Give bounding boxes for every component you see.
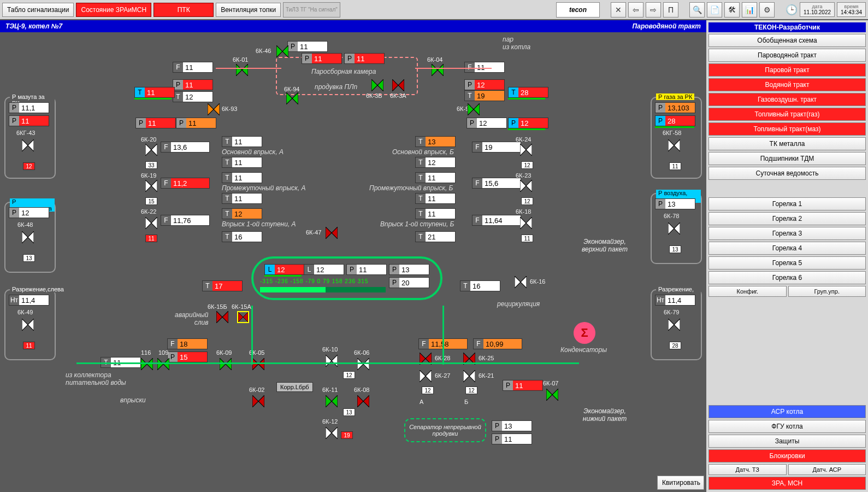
valve-k47[interactable] (326, 227, 338, 239)
nav-fueloil[interactable]: Топливный тракт(маз) (708, 122, 866, 136)
tb6[interactable]: T21 (415, 231, 456, 242)
nav-sens-asr[interactable]: Датч. АСР (788, 464, 866, 475)
ta6[interactable]: T16 (222, 231, 262, 242)
valve-k12[interactable] (326, 427, 338, 439)
nav-steam[interactable]: Паровой тракт (708, 63, 866, 77)
left-F[interactable]: F11 (173, 62, 213, 73)
valve-k3b[interactable] (371, 79, 383, 91)
vacl-h[interactable]: Hт11,4 (9, 295, 49, 306)
nav-burner6[interactable]: Горелка 6 (708, 271, 866, 284)
forward-icon[interactable]: ⇨ (646, 2, 661, 17)
btn-ptk[interactable]: ПТК (153, 3, 214, 17)
drum-P2[interactable]: P13 (389, 264, 429, 275)
drum-Lred[interactable]: L12 (264, 264, 305, 275)
tb4[interactable]: T11 (415, 193, 456, 204)
right-F[interactable]: F11 (464, 62, 505, 73)
valve-k11[interactable] (326, 395, 338, 407)
right-T[interactable]: T19 (464, 90, 505, 101)
valve-k05[interactable] (252, 358, 264, 370)
vacr-h[interactable]: Hт11,4 (655, 295, 695, 306)
nav-burner4[interactable]: Горелка 4 (708, 242, 866, 255)
valve-k09[interactable] (220, 358, 232, 370)
f24[interactable]: F19 (472, 142, 521, 153)
tool1-icon[interactable]: 🔍 (689, 2, 705, 17)
valve-k18[interactable] (520, 217, 532, 229)
tb2[interactable]: T12 (415, 157, 456, 168)
btn-tablo[interactable]: Табло сигнализации (2, 3, 74, 17)
valve-mazut[interactable] (22, 139, 34, 151)
valve-vacl[interactable] (22, 319, 34, 331)
valve-k27[interactable] (420, 370, 432, 382)
btn-vent[interactable]: Вентиляция топки (216, 3, 281, 17)
airl-p[interactable]: P12 (9, 207, 49, 218)
top-p2[interactable]: P11 (302, 53, 342, 64)
f22[interactable]: F11,76 (161, 215, 210, 226)
tb5[interactable]: T11 (415, 208, 456, 219)
f18b[interactable]: F18 (167, 338, 208, 349)
f19[interactable]: F11,2 (161, 178, 210, 189)
r95-p1[interactable]: P12 (467, 118, 507, 128)
tool3-icon[interactable]: 🛠 (724, 2, 740, 17)
gaz-p2[interactable]: P28 (655, 115, 695, 126)
valve-k95[interactable] (468, 103, 480, 115)
valve-gaz[interactable] (668, 139, 680, 151)
mazut-p1[interactable]: P11,1 (9, 102, 49, 113)
tool5-icon[interactable]: ⚙ (759, 2, 775, 17)
valve-k16[interactable] (515, 276, 527, 288)
valve-k21[interactable] (463, 370, 475, 382)
left-P[interactable]: P11 (173, 79, 213, 90)
mazut-p2[interactable]: P11 (9, 115, 49, 126)
nav-water[interactable]: Водяной тракт (708, 78, 866, 91)
p13s[interactable]: P13 (492, 420, 532, 431)
valve-k10[interactable] (326, 355, 338, 367)
f1099[interactable]: F10,99 (473, 338, 522, 349)
ta5[interactable]: T12 (222, 208, 262, 219)
ta3[interactable]: T11 (222, 172, 262, 183)
valve-k07[interactable] (546, 389, 558, 401)
tb1[interactable]: T13 (415, 136, 456, 147)
right-P[interactable]: P12 (464, 79, 505, 90)
valve-k06[interactable] (357, 358, 369, 370)
nav-burner3[interactable]: Горелка 3 (708, 227, 866, 240)
valve-k02[interactable] (252, 395, 264, 407)
drum-P3[interactable]: P20 (389, 277, 429, 288)
korr-button[interactable]: Корр.Lбрб (276, 382, 313, 392)
drum-Tr[interactable]: T16 (460, 280, 500, 291)
valve-k93[interactable] (208, 103, 220, 115)
valve-k15b[interactable] (216, 311, 228, 323)
nav-zra[interactable]: ЗРА, МСН (708, 477, 866, 490)
ta1[interactable]: T11 (222, 136, 262, 147)
valve-k3a[interactable] (392, 79, 404, 91)
nav-gasair[interactable]: Газовоздушн. тракт (708, 93, 866, 106)
p11s[interactable]: P11 (492, 434, 532, 444)
nav-fgu[interactable]: ФГУ котла (708, 420, 866, 433)
valve-airl[interactable] (22, 231, 34, 243)
nav-steamwater[interactable]: Пароводяной тракт (708, 49, 866, 62)
drum-L[interactable]: L12 (304, 264, 344, 275)
right-Tblue[interactable]: T28 (508, 87, 548, 98)
nav-sens-tz[interactable]: Датч. ТЗ (708, 464, 787, 475)
valve-k20[interactable] (145, 144, 157, 156)
top-p[interactable]: P11 (287, 41, 328, 52)
nav-tkmetal[interactable]: ТК металла (708, 137, 866, 150)
tool4-icon[interactable]: 📊 (742, 2, 757, 17)
nav-burner5[interactable]: Горелка 5 (708, 256, 866, 270)
drum-P[interactable]: P11 (346, 264, 387, 275)
nav-prot[interactable]: Защиты (708, 435, 866, 448)
left-T[interactable]: T12 (173, 91, 213, 102)
left-Tblue[interactable]: T11 (134, 87, 175, 98)
airr-p[interactable]: P13 (655, 198, 695, 209)
btn-state[interactable]: Состояние ЗРАиМСН (76, 3, 151, 17)
p15[interactable]: P15 (167, 352, 208, 362)
valve-k94[interactable] (286, 92, 298, 104)
ta2[interactable]: T11 (222, 157, 262, 168)
valve-k22[interactable] (145, 217, 157, 229)
drum-Tl[interactable]: T17 (202, 280, 243, 291)
f23[interactable]: F15,6 (472, 178, 521, 189)
valve-k46[interactable] (276, 45, 288, 57)
pi-icon[interactable]: П (663, 2, 678, 17)
nav-overview[interactable]: Обобщенная схема (708, 34, 866, 47)
back-icon[interactable]: ⇦ (628, 2, 643, 17)
nav-burner1[interactable]: Горелка 1 (708, 197, 866, 210)
valve-k15a[interactable] (237, 311, 249, 323)
